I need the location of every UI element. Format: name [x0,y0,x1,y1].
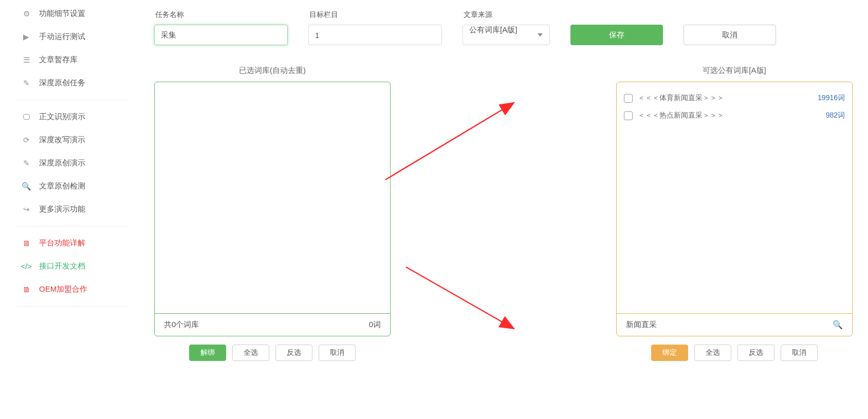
select-all-button-right[interactable]: 全选 [694,345,731,361]
selected-lexicon-title: 已选词库(自动去重) [239,66,306,75]
lexicon-panels: 已选词库(自动去重) 共0个词库 0词 解绑 全选 反选 取消 可选公有词库[A… [154,66,853,361]
task-name-label: 任务名称 [154,10,288,20]
sidebar-separator [15,226,128,226]
sidebar-item-original-demo[interactable]: ✎ 深度原创演示 [0,151,144,175]
lexicon-item-name: ＜＜＜体育新闻直采＞＞＞ [638,93,724,103]
available-lexicon-footer: 🔍 [617,313,852,336]
sidebar-item-feature-settings[interactable]: ⚙ 功能细节设置 [0,2,144,25]
sidebar-item-originality-check[interactable]: 🔍 文章原创检测 [0,175,144,198]
sidebar-label: 深度原创演示 [39,158,85,168]
sidebar-item-manual-run[interactable]: ▶ 手动运行测试 [0,25,144,48]
share-icon: ↪ [21,205,32,214]
sidebar-separator [15,306,128,307]
search-icon[interactable]: 🔍 [833,320,843,330]
cancel-button-right[interactable]: 取消 [781,345,818,361]
sidebar-item-api-docs[interactable]: </> 接口开发文档 [0,255,144,278]
lexicon-item-count: 19916词 [818,93,845,103]
checkbox-icon[interactable] [624,111,633,120]
sidebar-label: 功能细节设置 [39,9,85,18]
refresh-icon: ⟳ [21,136,32,145]
lexicon-item-name: ＜＜＜热点新闻直采＞＞＞ [638,111,724,120]
checkbox-icon[interactable] [624,94,633,103]
available-lexicon-list[interactable]: ＜＜＜体育新闻直采＞＞＞ 19916词 ＜＜＜热点新闻直采＞＞＞ 982词 [617,82,852,313]
lexicon-item[interactable]: ＜＜＜热点新闻直采＞＞＞ 982词 [624,107,845,124]
sidebar-item-article-store[interactable]: ☰ 文章暂存库 [0,48,144,71]
sidebar-item-more-demos[interactable]: ↪ 更多演示功能 [0,198,144,221]
available-lexicon-panel: 可选公有词库[A版] ＜＜＜体育新闻直采＞＞＞ 19916词 ＜＜＜热点新闻直采… [616,66,853,361]
cancel-button-left[interactable]: 取消 [319,345,356,361]
play-icon: ▶ [21,32,32,42]
available-panel-buttons: 绑定 全选 反选 取消 [651,345,818,361]
search-icon: 🔍 [21,182,32,191]
save-button[interactable]: 保存 [570,25,663,45]
sidebar-label: 更多演示功能 [39,204,85,214]
lexicon-item[interactable]: ＜＜＜体育新闻直采＞＞＞ 19916词 [624,89,845,107]
sidebar: ⚙ 功能细节设置 ▶ 手动运行测试 ☰ 文章暂存库 ✎ 深度原创任务 🖵 正文识… [0,0,144,419]
main-content: 任务名称 目标栏目 文章来源 公有词库[A版] 保存 取消 已选词库(自动去重) [154,0,853,419]
edit-icon: ✎ [21,79,32,88]
sidebar-separator [15,100,128,100]
bind-button[interactable]: 绑定 [651,345,688,361]
edit-icon: ✎ [21,159,32,168]
file-icon: 🗎 [21,239,32,247]
sidebar-item-rewrite-demo[interactable]: ⟳ 深度改写演示 [0,128,144,151]
sidebar-label: 文章原创检测 [39,181,85,191]
selected-panel-buttons: 解绑 全选 反选 取消 [189,345,356,361]
available-lexicon-box: ＜＜＜体育新闻直采＞＞＞ 19916词 ＜＜＜热点新闻直采＞＞＞ 982词 [616,82,853,336]
task-form-row: 任务名称 目标栏目 文章来源 公有词库[A版] 保存 取消 [154,10,853,45]
invert-select-button-left[interactable]: 反选 [275,345,312,361]
sidebar-label: 正文识别演示 [39,112,85,122]
sidebar-label: 文章暂存库 [39,55,78,65]
task-name-input[interactable] [154,25,288,45]
selected-lexicon-panel: 已选词库(自动去重) 共0个词库 0词 解绑 全选 反选 取消 [154,66,391,361]
selected-lexicon-box: 共0个词库 0词 [154,82,391,336]
lexicon-item-count: 982词 [826,111,845,120]
sidebar-item-body-detect-demo[interactable]: 🖵 正文识别演示 [0,105,144,128]
available-lexicon-title: 可选公有词库[A版] [703,66,766,75]
cancel-button[interactable]: 取消 [684,25,776,45]
target-column-input[interactable] [308,25,442,45]
monitor-icon: 🖵 [21,112,32,121]
sidebar-label: 平台功能详解 [39,238,85,248]
article-source-value: 公有词库[A版] [463,25,550,45]
unbind-button[interactable]: 解绑 [189,345,226,361]
invert-select-button-right[interactable]: 反选 [737,345,774,361]
selected-lexicon-list[interactable] [155,82,390,313]
article-source-select[interactable]: 公有词库[A版] [463,25,550,45]
sidebar-label: 接口开发文档 [39,261,85,271]
select-all-button-left[interactable]: 全选 [232,345,269,361]
sidebar-item-deep-original-task[interactable]: ✎ 深度原创任务 [0,71,144,94]
gears-icon: ⚙ [21,9,32,18]
lexicon-search-input[interactable] [626,320,833,329]
sidebar-item-platform-docs[interactable]: 🗎 平台功能详解 [0,232,144,255]
sidebar-label: OEM加盟合作 [39,284,87,294]
sidebar-label: 深度原创任务 [39,78,85,88]
file-icon: 🗎 [21,285,32,294]
sidebar-label: 深度改写演示 [39,135,85,145]
sidebar-item-oem[interactable]: 🗎 OEM加盟合作 [0,278,144,301]
sidebar-label: 手动运行测试 [39,32,85,42]
selected-count-label: 共0个词库 [164,320,199,330]
database-icon: ☰ [21,55,32,65]
selected-lexicon-footer: 共0个词库 0词 [155,313,390,336]
target-column-label: 目标栏目 [308,10,442,20]
selected-word-count: 0词 [369,320,381,330]
article-source-label: 文章来源 [463,10,550,20]
code-icon: </> [21,262,32,271]
